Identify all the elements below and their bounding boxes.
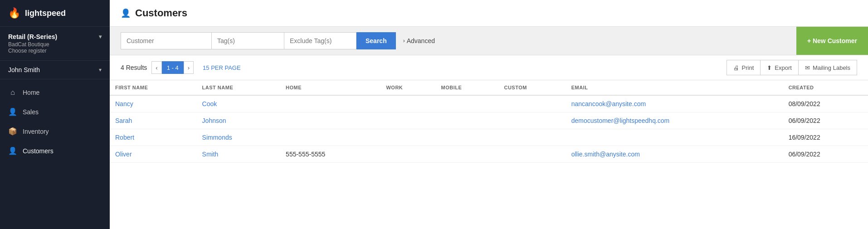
cell-custom — [498, 95, 566, 112]
table-row: OliverSmith555-555-5555ollie.smith@anysi… — [110, 146, 868, 163]
cell-email[interactable]: democustomer@lightspeedhq.com — [566, 112, 783, 129]
cell-created: 08/09/2022 — [783, 95, 868, 112]
user-name: John Smith — [8, 66, 40, 73]
pagination-next-button[interactable]: › — [184, 61, 194, 74]
sidebar-logo: 🔥 lightspeed — [0, 0, 110, 27]
cell-created: 06/09/2022 — [783, 112, 868, 129]
cell-last_name[interactable]: Simmonds — [197, 129, 281, 146]
pagination-prev-button[interactable]: ‹ — [151, 61, 161, 74]
cell-home — [280, 112, 380, 129]
toolbar: Search › Advanced + New Customer — [110, 27, 868, 55]
cell-custom — [498, 112, 566, 129]
table-row: NancyCooknancancook@anysite.com08/09/202… — [110, 95, 868, 112]
cell-created: 06/09/2022 — [783, 146, 868, 163]
cell-home — [280, 129, 380, 146]
table-row: RobertSimmonds16/09/2022 — [110, 129, 868, 146]
cell-mobile — [436, 146, 499, 163]
cell-created: 16/09/2022 — [783, 129, 868, 146]
lightspeed-icon: 🔥 — [8, 7, 20, 19]
cell-first_name[interactable]: Oliver — [110, 146, 197, 163]
store-register: BadCat Boutique Choose register — [8, 41, 102, 54]
tags-search-input[interactable] — [211, 32, 284, 49]
cell-home: 555-555-5555 — [280, 146, 380, 163]
search-button[interactable]: Search — [356, 32, 396, 49]
col-last-name: LAST NAME — [197, 80, 281, 95]
cell-custom — [498, 129, 566, 146]
store-dropdown-icon: ▾ — [99, 34, 102, 40]
table-header: FIRST NAME LAST NAME HOME WORK MOBILE CU… — [110, 80, 868, 95]
sidebar: 🔥 lightspeed Retail (R-Series) ▾ BadCat … — [0, 0, 110, 229]
page-title: Customers — [135, 7, 187, 19]
cell-first_name[interactable]: Nancy — [110, 95, 197, 112]
new-customer-button[interactable]: + New Customer — [796, 27, 868, 55]
cell-email[interactable] — [566, 129, 783, 146]
cell-custom — [498, 146, 566, 163]
sidebar-item-sales[interactable]: 👤 Sales — [0, 102, 110, 122]
sidebar-item-inventory-label: Inventory — [23, 128, 49, 135]
sidebar-store[interactable]: Retail (R-Series) ▾ BadCat Boutique Choo… — [0, 27, 110, 61]
per-page-select[interactable]: 15 PER PAGE — [203, 64, 241, 71]
toolbar-inner: Search › Advanced — [110, 27, 796, 55]
cell-work — [380, 95, 435, 112]
exclude-tags-search-input[interactable] — [284, 32, 356, 49]
customer-search-input[interactable] — [121, 32, 211, 49]
store-name[interactable]: Retail (R-Series) ▾ — [8, 33, 102, 40]
user-dropdown-icon: ▾ — [99, 67, 102, 73]
customers-icon: 👤 — [8, 146, 17, 155]
cell-home — [280, 95, 380, 112]
col-email: EMAIL — [566, 80, 783, 95]
pagination-current: 1 - 4 — [162, 61, 184, 74]
sidebar-item-sales-label: Sales — [23, 108, 39, 116]
cell-work — [380, 146, 435, 163]
customers-table-container: FIRST NAME LAST NAME HOME WORK MOBILE CU… — [110, 80, 868, 229]
print-button[interactable]: 🖨 Print — [727, 60, 761, 75]
sidebar-item-customers[interactable]: 👤 Customers — [0, 141, 110, 161]
sidebar-item-inventory[interactable]: 📦 Inventory — [0, 122, 110, 141]
sales-icon: 👤 — [8, 107, 17, 116]
sidebar-item-home[interactable]: ⌂ Home — [0, 83, 110, 102]
col-home: HOME — [280, 80, 380, 95]
export-button[interactable]: ⬆ Export — [761, 60, 799, 75]
page-header: 👤 Customers — [110, 0, 868, 27]
sidebar-logo-text: lightspeed — [25, 9, 66, 18]
cell-email[interactable]: nancancook@anysite.com — [566, 95, 783, 112]
cell-last_name[interactable]: Cook — [197, 95, 281, 112]
col-created: CREATED — [783, 80, 868, 95]
inventory-icon: 📦 — [8, 127, 17, 136]
col-mobile: MOBILE — [436, 80, 499, 95]
customers-header-icon: 👤 — [121, 8, 131, 18]
sidebar-nav: ⌂ Home 👤 Sales 📦 Inventory 👤 Customers — [0, 79, 110, 229]
cell-email[interactable]: ollie.smith@anysite.com — [566, 146, 783, 163]
cell-last_name[interactable]: Johnson — [197, 112, 281, 129]
mailing-labels-button[interactable]: ✉ Mailing Labels — [799, 60, 857, 75]
cell-first_name[interactable]: Sarah — [110, 112, 197, 129]
cell-first_name[interactable]: Robert — [110, 129, 197, 146]
cell-last_name[interactable]: Smith — [197, 146, 281, 163]
cell-work — [380, 129, 435, 146]
customers-table: FIRST NAME LAST NAME HOME WORK MOBILE CU… — [110, 80, 868, 163]
main-content: 👤 Customers Search › Advanced + New Cust… — [110, 0, 868, 229]
mailing-icon: ✉ — [805, 64, 810, 71]
sidebar-item-home-label: Home — [23, 89, 39, 96]
pagination: ‹ 1 - 4 › — [151, 61, 194, 74]
new-customer-wrap: + New Customer — [796, 27, 868, 55]
export-icon: ⬆ — [767, 64, 772, 71]
col-first-name: FIRST NAME — [110, 80, 197, 95]
advanced-button[interactable]: › Advanced — [396, 32, 442, 49]
table-row: SarahJohnsondemocustomer@lightspeedhq.co… — [110, 112, 868, 129]
results-count: 4 Results — [121, 64, 147, 71]
results-bar: 4 Results ‹ 1 - 4 › 15 PER PAGE 🖨 Print … — [110, 55, 868, 80]
cell-mobile — [436, 129, 499, 146]
sidebar-user[interactable]: John Smith ▾ — [0, 61, 110, 79]
home-icon: ⌂ — [8, 88, 17, 97]
print-icon: 🖨 — [733, 64, 739, 71]
col-work: WORK — [380, 80, 435, 95]
cell-mobile — [436, 95, 499, 112]
table-body: NancyCooknancancook@anysite.com08/09/202… — [110, 95, 868, 163]
sidebar-item-customers-label: Customers — [23, 147, 54, 155]
col-custom: CUSTOM — [498, 80, 566, 95]
results-actions: 🖨 Print ⬆ Export ✉ Mailing Labels — [727, 60, 857, 75]
cell-mobile — [436, 112, 499, 129]
advanced-chevron-icon: › — [403, 38, 405, 44]
cell-work — [380, 112, 435, 129]
